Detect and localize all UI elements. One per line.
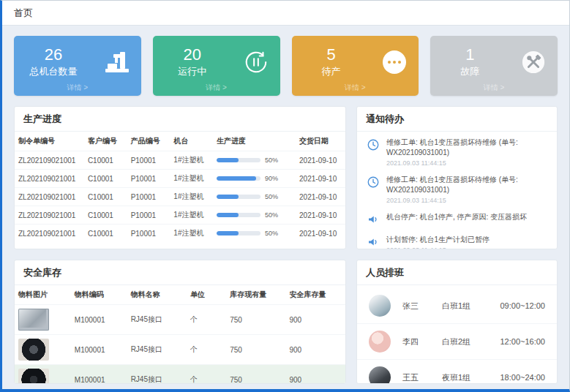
stat-card-body: 1 故障: [440, 43, 547, 81]
cell-customer: C10001: [84, 188, 127, 206]
cell-customer: C10001: [84, 170, 127, 188]
cell-product: P10001: [127, 225, 170, 243]
cell-order: ZL202109021001: [15, 151, 84, 170]
speaker-icon: [366, 235, 380, 249]
panel-title: 通知待办: [357, 107, 557, 132]
staff-time: 18:00~24:00: [500, 373, 545, 382]
stat-card-waiting[interactable]: 5 待产 详情 >: [292, 36, 419, 96]
staff-time: 09:00~12:00: [500, 301, 545, 310]
detail-link[interactable]: 详情 >: [430, 83, 558, 93]
stat-label: 总机台数量: [30, 65, 78, 78]
detail-link[interactable]: 详情 >: [153, 83, 280, 93]
notification-item[interactable]: 维修工单: 机台1变压器损坏待维修 (单号: WX202109031001) 2…: [357, 133, 557, 170]
material-photo: [18, 369, 49, 384]
inventory-table: 物料图片 物料编码 物料名称 单位 库存现有量 安全库存量 M100001 R: [15, 285, 345, 384]
cell-order: ZL202109021001: [15, 206, 84, 225]
stat-card-running[interactable]: 20 运行中 详情 >: [153, 36, 280, 96]
staff-shift: 白班1组: [442, 301, 495, 312]
cell-product: P10001: [127, 188, 170, 206]
speaker-icon: [366, 212, 380, 227]
avatar: [369, 331, 391, 353]
avatar: [369, 295, 391, 317]
cell-machine: 1#注塑机: [170, 188, 213, 206]
cell-current-qty: 750: [226, 365, 285, 385]
cell-product: P10001: [127, 170, 170, 188]
stat-card-fault[interactable]: 1 故障 详情 >: [430, 36, 558, 96]
column-header: 生产进度: [213, 132, 296, 151]
table-row[interactable]: ZL202109021001 C10001 P10001 1#注塑机 90% 2…: [15, 170, 345, 188]
cell-name: RJ45接口: [127, 365, 187, 385]
clock-icon: [366, 137, 380, 152]
tab-home[interactable]: 首页: [14, 7, 33, 20]
progress-bar: [217, 158, 260, 162]
notification-text: 维修工单: 机台1变压器损坏待维修 (单号: WX202109031001): [386, 137, 548, 158]
avatar: [369, 366, 391, 384]
cell-machine: 1#注塑机: [170, 225, 213, 243]
detail-link[interactable]: 详情 >: [14, 83, 141, 93]
column-header: 交货日期: [296, 132, 345, 151]
cell-product: P10001: [127, 151, 170, 170]
notification-time: 2021.09.03 11:44:15: [386, 197, 548, 204]
cell-date: 2021-09-10: [296, 188, 345, 206]
table-row[interactable]: M100001 RJ45接口 个 750 900: [15, 365, 345, 385]
table-row[interactable]: ZL202109021001 C10001 P10001 1#注塑机 50% 2…: [15, 188, 345, 206]
cell-code: M100001: [71, 365, 127, 385]
table-row[interactable]: M100001 RJ45接口 个 750 900: [15, 305, 345, 335]
progress-label: 90%: [265, 175, 278, 182]
cell-order: ZL202109021001: [15, 188, 84, 206]
staff-list: 张三 白班1组 09:00~12:00 李四 白班2组 12:00~16:00 …: [357, 285, 557, 384]
cell-date: 2021-09-10: [296, 206, 345, 225]
column-header: 库存现有量: [226, 285, 285, 305]
panels-grid: 生产进度 制令单编号 客户编号 产品编号 机台 生产进度 交货日期: [14, 106, 558, 384]
column-header: 制令单编号: [15, 132, 84, 151]
notification-item[interactable]: 机台停产: 机台1停产, 停产原因: 变压器损坏: [357, 208, 557, 230]
notification-list: 维修工单: 机台1变压器损坏待维修 (单号: WX202109031001) 2…: [357, 132, 557, 249]
column-header: 物料编码: [71, 285, 127, 305]
cell-photo: [15, 335, 71, 365]
notification-item[interactable]: 计划暂停: 机台1生产计划已暂停 2021.09.03 11:44:15: [357, 230, 557, 249]
table-row[interactable]: ZL202109021001 C10001 P10001 1#注塑机 50% 2…: [15, 225, 345, 243]
cell-customer: C10001: [84, 151, 127, 170]
staff-name: 李四: [402, 336, 442, 347]
table-row[interactable]: ZL202109021001 C10001 P10001 1#注塑机 50% 2…: [15, 151, 345, 170]
cell-product: P10001: [127, 206, 170, 225]
notification-time: 2021.09.03 11:44:15: [386, 159, 548, 167]
notification-text: 维修工单: 机台1变压器损坏待维修 (单号: WX202109031001): [386, 175, 548, 195]
dashboard-window: 首页 26 总机台数量: [0, 0, 570, 392]
notification-text: 计划暂停: 机台1生产计划已暂停: [386, 235, 548, 245]
cell-customer: C10001: [84, 225, 127, 243]
cell-photo: [15, 305, 71, 335]
table-row[interactable]: M100001 RJ45接口 个 750 900: [15, 335, 345, 365]
cell-date: 2021-09-10: [296, 225, 345, 243]
cell-date: 2021-09-10: [296, 151, 345, 170]
stat-card-total-machines[interactable]: 26 总机台数量 详情 >: [14, 36, 141, 96]
stat-card-text: 20 运行中: [163, 46, 222, 78]
cell-progress: 50%: [213, 151, 296, 170]
detail-link[interactable]: 详情 >: [292, 83, 419, 93]
notification-item[interactable]: 维修工单: 机台1变压器损坏待维修 (单号: WX202109031001) 2…: [357, 170, 557, 208]
table-row[interactable]: ZL202109021001 C10001 P10001 1#注塑机 50% 2…: [15, 206, 345, 225]
notification-body: 维修工单: 机台1变压器损坏待维修 (单号: WX202109031001) 2…: [386, 137, 548, 167]
stat-value: 1: [465, 46, 474, 63]
column-header: 客户编号: [84, 132, 127, 151]
staff-shift: 白班2组: [442, 336, 495, 347]
topbar: 首页: [2, 1, 569, 26]
cell-safety-qty: 900: [286, 365, 345, 385]
stat-card-text: 26 总机台数量: [24, 46, 83, 78]
ellipsis-icon: [380, 48, 408, 76]
cell-date: 2021-09-10: [296, 170, 345, 188]
cell-safety-qty: 900: [286, 305, 345, 335]
material-photo: [18, 339, 49, 361]
staff-row: 张三 白班1组 09:00~12:00: [357, 288, 557, 323]
notification-time: 2021.09.03 11:44:15: [386, 246, 548, 249]
stat-card-text: 5 待产: [302, 46, 361, 78]
cell-code: M100001: [71, 305, 127, 335]
material-photo: [18, 309, 49, 331]
staff-time: 12:00~16:00: [500, 337, 545, 346]
column-header: 产品编号: [127, 132, 170, 151]
column-header: 单位: [187, 285, 226, 305]
stat-cards-row: 26 总机台数量 详情 >: [14, 36, 558, 96]
progress-label: 50%: [265, 157, 278, 164]
panel-notifications: 通知待办 维修工单: 机台1变压器损坏待维修 (单号: WX2021090310…: [356, 106, 558, 249]
cell-order: ZL202109021001: [15, 170, 84, 188]
